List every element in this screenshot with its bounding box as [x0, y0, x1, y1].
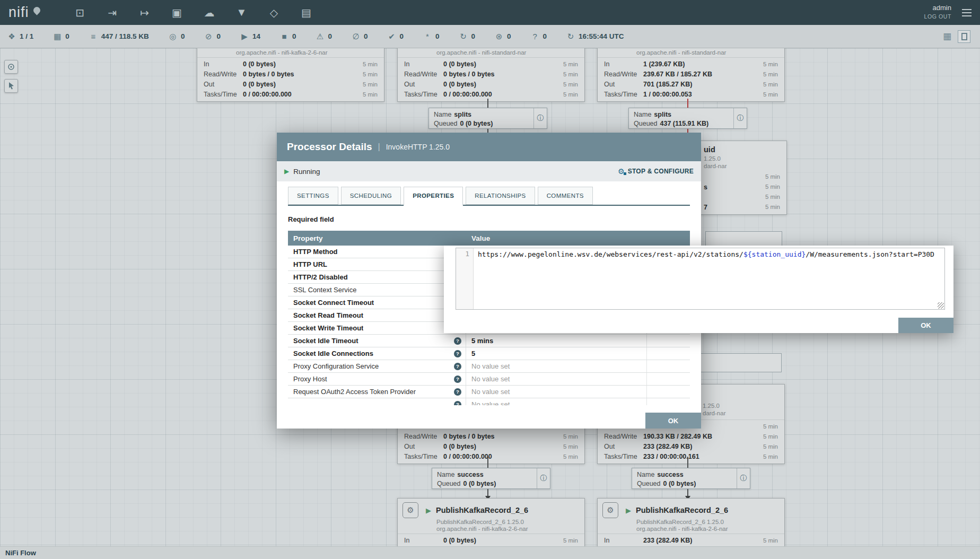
properties-table-header: Property Value [288, 231, 690, 246]
dialog-titlebar: Processor Details | InvokeHTTP 1.25.0 [277, 133, 701, 161]
property-name: Proxy Host [293, 375, 327, 383]
property-name: SSL Context Service [293, 286, 356, 294]
expression-language-token: ${station_uuid} [743, 250, 806, 258]
editor-ok-button[interactable]: OK [898, 318, 953, 333]
table-row: Request OAuth2 Access Token Provider?No … [288, 386, 690, 398]
column-value: Value [466, 234, 647, 242]
help-icon[interactable]: ? [454, 350, 461, 357]
tab-properties[interactable]: PROPERTIES [404, 187, 463, 206]
tab-relationships[interactable]: RELATIONSHIPS [466, 187, 535, 205]
property-value: No value set [466, 398, 647, 405]
table-row: Socket Idle Connections?5 [288, 347, 690, 360]
required-field-note: Required field [288, 215, 690, 223]
tab-comments[interactable]: COMMENTS [538, 187, 593, 205]
dialog-tabs: SETTINGS SCHEDULING PROPERTIES RELATIONS… [288, 187, 690, 206]
stop-configure-icon: ⚙ [618, 167, 625, 176]
property-name: HTTP/2 Disabled [293, 273, 348, 281]
dialog-status-strip: ▶ Running ⚙ STOP & CONFIGURE [277, 161, 701, 181]
stop-configure-button[interactable]: ⚙ STOP & CONFIGURE [618, 167, 694, 176]
stop-configure-label: STOP & CONFIGURE [628, 168, 694, 175]
property-name: Socket Connect Timeout [293, 299, 374, 307]
property-name: Request OAuth2 Access Token Provider [293, 388, 416, 396]
running-status-icon: ▶ [284, 168, 289, 175]
help-icon[interactable]: ? [454, 337, 461, 345]
property-value: 5 [466, 347, 647, 360]
dialog-ok-button[interactable]: OK [645, 413, 701, 429]
help-icon[interactable]: ? [454, 401, 461, 406]
table-row: ?No value set [288, 398, 690, 405]
property-name: Socket Idle Timeout [293, 337, 358, 345]
url-segment: /W/measurements.json?start=P30D [806, 250, 934, 258]
property-value: No value set [466, 373, 647, 385]
url-segment: https://www.pegelonline.wsv.de/webservic… [478, 250, 743, 258]
property-name: Socket Read Timeout [293, 311, 363, 319]
property-value: 5 mins [466, 335, 647, 347]
property-name: Socket Write Timeout [293, 324, 363, 332]
table-row: Socket Idle Timeout?5 mins [288, 335, 690, 347]
help-icon[interactable]: ? [454, 363, 461, 370]
property-name: Proxy Configuration Service [293, 362, 379, 370]
expression-editor[interactable]: 1 https://www.pegelonline.wsv.de/webserv… [456, 248, 945, 310]
property-name: Socket Idle Connections [293, 350, 373, 357]
running-status-text: Running [293, 168, 320, 176]
table-row: Proxy Host?No value set [288, 373, 690, 386]
help-icon[interactable]: ? [454, 388, 461, 396]
tab-settings[interactable]: SETTINGS [288, 187, 338, 205]
line-number: 1 [465, 250, 469, 258]
line-number-gutter: 1 [456, 248, 474, 309]
property-value-editor: 1 https://www.pegelonline.wsv.de/webserv… [444, 246, 953, 333]
dialog-subtitle: InvokeHTTP 1.25.0 [386, 143, 450, 151]
property-value: No value set [466, 360, 647, 372]
property-name: HTTP URL [293, 260, 327, 268]
column-property: Property [288, 234, 466, 242]
nifi-app: org.apache.nifi - nifi-kafka-2-6-nar In0… [0, 0, 980, 559]
dialog-title: Processor Details [287, 141, 372, 153]
property-name: HTTP Method [293, 248, 338, 256]
editor-text[interactable]: https://www.pegelonline.wsv.de/webservic… [474, 248, 944, 309]
property-value: No value set [466, 386, 647, 398]
title-separator: | [378, 142, 380, 152]
resize-handle-icon[interactable] [938, 302, 944, 309]
table-row: Proxy Configuration Service?No value set [288, 360, 690, 373]
help-icon[interactable]: ? [454, 375, 461, 383]
tab-scheduling[interactable]: SCHEDULING [341, 187, 401, 205]
